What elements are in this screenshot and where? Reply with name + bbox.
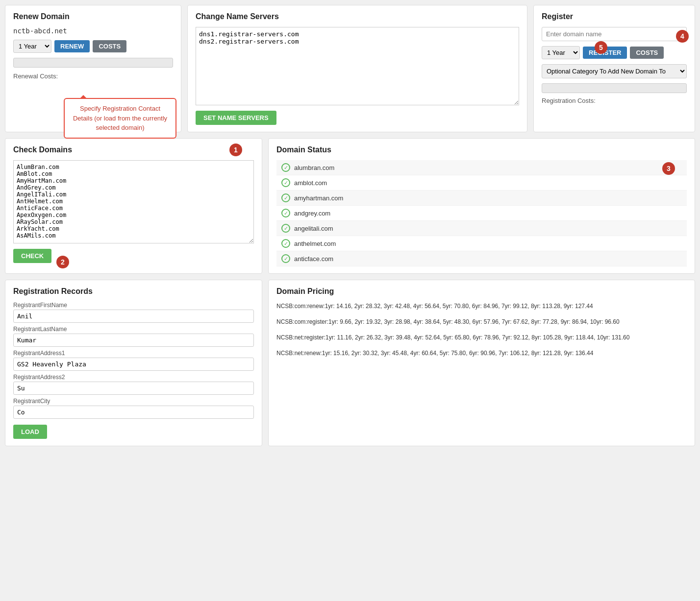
check-icon: ✓ [281, 163, 290, 172]
register-domain-input[interactable] [542, 27, 687, 41]
registration-costs-label: Registration Costs: [542, 97, 687, 104]
renewal-costs-label: Renewal Costs: [13, 72, 173, 80]
register-badge-5: 5 [595, 41, 607, 54]
pricing-entry: NCSB:com:renew:1yr: 14.16, 2yr: 28.32, 3… [276, 302, 687, 311]
field-label: RegistrantAddress1 [13, 350, 254, 357]
renew-domain-title: Renew Domain [13, 12, 173, 21]
field-label: RegistrantFirstName [13, 302, 254, 309]
status-list-item: ✓anticface.com [276, 251, 687, 266]
field-input[interactable] [13, 310, 254, 323]
pricing-entries: NCSB:com:renew:1yr: 14.16, 2yr: 28.32, 3… [276, 302, 687, 358]
field-input[interactable] [13, 334, 254, 347]
nameserver-textarea[interactable]: dns1.registrar-servers.com dns2.registra… [196, 27, 519, 105]
nameserver-title: Change Name Servers [196, 12, 519, 21]
reg-records-tooltip: Specify Registration Contact Details (or… [64, 98, 176, 139]
register-panel: Register 4 1 Year 2 Years 3 Years REGIST… [533, 5, 695, 132]
check-domains-textarea[interactable]: AlumBran.com AmBlot.com AmyHartMan.com A… [13, 160, 254, 243]
field-label: RegistrantAddress2 [13, 374, 254, 381]
reg-records-panel: Registration Records RegistrantFirstName… [5, 280, 262, 446]
check-badge-2: 2 [56, 256, 69, 268]
status-list-item: ✓amyhartman.com [276, 191, 687, 206]
domain-status-title: Domain Status [276, 145, 687, 154]
status-list-item: ✓andgrey.com [276, 206, 687, 221]
field-input[interactable] [13, 358, 254, 371]
status-list-item: ✓amblot.com [276, 175, 687, 191]
nameserver-panel: Change Name Servers dns1.registrar-serve… [187, 5, 527, 132]
reg-records-title: Registration Records [13, 287, 254, 296]
domain-pricing-panel: Domain Pricing NCSB:com:renew:1yr: 14.16… [268, 280, 695, 446]
check-domains-panel: Check Domains 1 AlumBran.com AmBlot.com … [5, 138, 262, 274]
check-domains-title: Check Domains [13, 145, 254, 154]
pricing-entry: NCSB:net:renew:1yr: 15.16, 2yr: 30.32, 3… [276, 349, 687, 358]
register-costs-button[interactable]: COSTS [630, 47, 664, 59]
domain-status-list: ✓alumbran.com✓amblot.com✓amyhartman.com✓… [276, 160, 687, 266]
renew-button[interactable]: RENEW [54, 40, 90, 52]
register-category-select[interactable]: Optional Category To Add New Domain To [542, 64, 687, 78]
renew-progress-bar [13, 58, 173, 68]
field-input[interactable] [13, 382, 254, 395]
domain-status-panel: Domain Status 3 ✓alumbran.com✓amblot.com… [268, 138, 695, 274]
register-title: Register [542, 12, 687, 21]
status-list-item: ✓angelitali.com [276, 221, 687, 236]
field-label: RegistrantCity [13, 398, 254, 405]
set-nameservers-button[interactable]: SET NAME SERVERS [196, 111, 276, 125]
check-domains-badge-1: 1 [229, 144, 242, 156]
field-label: RegistrantLastName [13, 326, 254, 333]
check-button[interactable]: CHECK [13, 249, 51, 263]
check-icon: ✓ [281, 224, 290, 233]
reg-records-form: RegistrantFirstNameRegistrantLastNameReg… [13, 302, 254, 422]
check-icon: ✓ [281, 254, 290, 263]
pricing-entry: NCSB:net:register:1yr: 11.16, 2yr: 26.32… [276, 333, 687, 342]
register-badge-4: 4 [676, 30, 689, 43]
register-year-select[interactable]: 1 Year 2 Years 3 Years [542, 46, 580, 59]
domain-pricing-title: Domain Pricing [276, 287, 687, 296]
renew-costs-button[interactable]: COSTS [93, 40, 126, 52]
check-icon: ✓ [281, 239, 290, 248]
check-icon: ✓ [281, 178, 290, 187]
register-progress-bar [542, 83, 687, 93]
status-list-item: ✓anthelmet.com [276, 236, 687, 251]
field-input[interactable] [13, 406, 254, 419]
check-icon: ✓ [281, 209, 290, 217]
domain-status-badge-3: 3 [662, 162, 675, 175]
renew-domain-name: nctb-abcd.net [13, 27, 173, 35]
load-button[interactable]: LOAD [13, 425, 47, 439]
renew-year-select[interactable]: 1 Year 2 Years 3 Years [13, 40, 51, 53]
status-list-item: ✓alumbran.com [276, 160, 687, 175]
check-icon: ✓ [281, 193, 290, 202]
pricing-entry: NCSB:com:register:1yr: 9.66, 2yr: 19.32,… [276, 317, 687, 326]
